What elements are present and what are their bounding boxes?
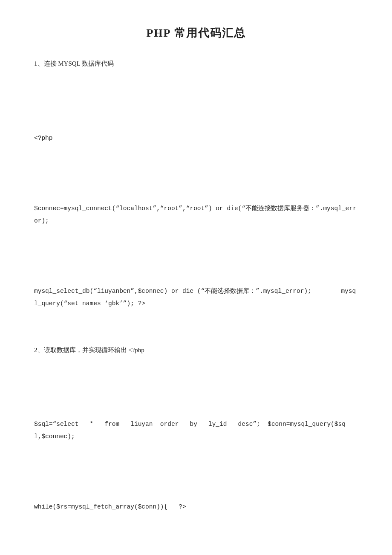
section-1-heading: 1、连接 MYSQL 数据库代码 bbox=[34, 58, 358, 70]
code-line: $connec=mysql_connect(“localhost”,“root”… bbox=[34, 202, 358, 227]
code-line: $sql=“select * from liuyan order by ly_i… bbox=[34, 418, 358, 443]
code-line: while($rs=mysql_fetch_array($conn)){ ?> bbox=[34, 501, 358, 513]
section-1: 1、连接 MYSQL 数据库代码 <?php $connec=mysql_con… bbox=[34, 58, 358, 336]
section-1-code: <?php $connec=mysql_connect(“localhost”,… bbox=[34, 76, 358, 336]
code-line: mysql_select_db(“liuyanben”,$connec) or … bbox=[34, 285, 358, 310]
section-2-heading: 2、读取数据库，并实现循环输出 <?php bbox=[34, 344, 358, 356]
section-2: 2、读取数据库，并实现循环输出 <?php $sql=“select * fro… bbox=[34, 344, 358, 555]
page-title: PHP 常用代码汇总 bbox=[34, 26, 358, 40]
code-line: <?php bbox=[34, 132, 358, 145]
section-2-code: $sql=“select * from liuyan order by ly_i… bbox=[34, 362, 358, 555]
